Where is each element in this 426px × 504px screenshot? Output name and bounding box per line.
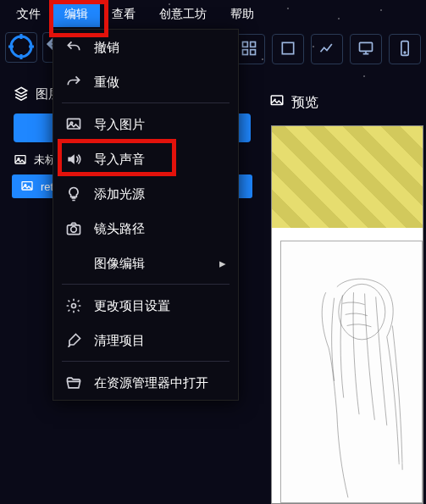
svg-point-16 (71, 227, 77, 233)
dropdown-label: 添加光源 (94, 186, 145, 202)
menu-separator (62, 284, 230, 285)
svg-rect-2 (251, 42, 256, 47)
dropdown-redo[interactable]: 重做 (53, 64, 238, 99)
svg-point-17 (72, 304, 76, 308)
dropdown-label: 在资源管理器中打开 (94, 375, 208, 391)
frame-view-button[interactable] (272, 34, 304, 64)
menu-separator (62, 361, 230, 362)
dropdown-label: 撤销 (94, 40, 119, 56)
image-icon (65, 116, 82, 133)
volume-icon (65, 151, 82, 168)
svg-point-0 (11, 36, 31, 57)
svg-rect-4 (251, 49, 256, 54)
svg-rect-6 (360, 42, 373, 51)
lightbulb-icon (65, 186, 82, 202)
image-icon (269, 93, 285, 112)
camera-icon (65, 220, 82, 237)
svg-rect-3 (243, 49, 248, 54)
chevron-right-icon: ▸ (219, 256, 226, 271)
svg-point-8 (404, 52, 406, 53)
dropdown-open-explorer[interactable]: 在资源管理器中打开 (53, 365, 238, 400)
dropdown-label: 更改项目设置 (94, 298, 170, 314)
brush-icon (65, 332, 82, 349)
dropdown-undo[interactable]: 撤销 (53, 30, 238, 64)
image-icon (14, 153, 27, 167)
menu-bar: 文件 编辑 查看 创意工坊 帮助 (0, 0, 426, 29)
dropdown-import-sound[interactable]: 导入声音 (53, 141, 238, 176)
blank-icon (65, 255, 82, 272)
dropdown-image-edit[interactable]: 图像编辑 ▸ (53, 246, 238, 280)
dropdown-label: 镜头路径 (94, 221, 145, 237)
view-mode-toolbar (233, 34, 421, 64)
dropdown-import-image[interactable]: 导入图片 (53, 107, 238, 141)
dropdown-project-settings[interactable]: 更改项目设置 (53, 288, 238, 323)
menu-file[interactable]: 文件 (5, 2, 53, 27)
square-icon (279, 40, 296, 59)
dropdown-label: 清理项目 (94, 333, 145, 349)
menu-edit[interactable]: 编辑 (53, 2, 100, 27)
image-icon (20, 180, 34, 193)
preview-canvas[interactable] (271, 125, 423, 504)
graph-view-button[interactable] (311, 34, 343, 64)
gear-icon (65, 297, 82, 314)
dropdown-camera-path[interactable]: 镜头路径 (53, 211, 238, 246)
menu-workshop[interactable]: 创意工坊 (147, 2, 219, 27)
phone-icon (396, 40, 413, 59)
dropdown-label: 重做 (94, 75, 119, 91)
undo-icon (65, 39, 82, 56)
dropdown-label: 导入图片 (94, 117, 145, 133)
dropdown-add-light[interactable]: 添加光源 (53, 176, 238, 211)
preview-panel-header[interactable]: 预览 (269, 93, 318, 112)
dropdown-cleanup[interactable]: 清理项目 (53, 323, 238, 357)
preview-title: 预览 (291, 94, 318, 112)
redo-icon (65, 74, 82, 91)
dropdown-label: 图像编辑 (94, 256, 145, 272)
grid-icon (241, 40, 257, 59)
watermark-icon (384, 459, 414, 492)
menu-separator (62, 102, 230, 103)
folder-open-icon (65, 374, 82, 391)
move-tool-button[interactable] (5, 32, 37, 63)
desktop-view-button[interactable] (350, 34, 382, 64)
monitor-icon (357, 40, 374, 59)
chart-line-icon (318, 40, 335, 59)
edit-dropdown-menu: 撤销 重做 导入图片 导入声音 添加光源 镜头路径 图像编辑 ▸ 更改项目设置 … (53, 29, 239, 401)
svg-rect-1 (243, 42, 248, 47)
menu-view[interactable]: 查看 (100, 2, 147, 27)
svg-rect-5 (282, 42, 293, 53)
menu-help[interactable]: 帮助 (219, 2, 266, 27)
preview-stripe-pattern (272, 126, 423, 228)
move-icon (6, 31, 36, 64)
dropdown-label: 导入声音 (94, 152, 145, 168)
mobile-view-button[interactable] (389, 34, 421, 64)
layers-icon (14, 86, 29, 103)
